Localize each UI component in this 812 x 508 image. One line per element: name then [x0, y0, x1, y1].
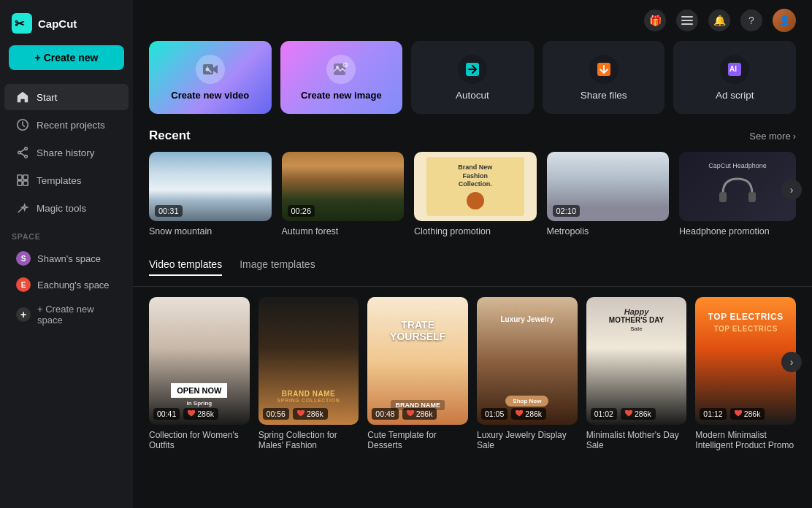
recent-row: 00:31 Snow mountain 00:26 Autumn forest … — [133, 152, 812, 254]
menu-icon-btn[interactable] — [676, 9, 698, 31]
template-likes-6: 286k — [730, 408, 765, 420]
forest-name: Autumn forest — [282, 226, 405, 236]
sidebar-label-share-history: Share history — [37, 147, 95, 158]
template-likes-5: 286k — [621, 408, 656, 420]
recent-next-button[interactable]: › — [781, 180, 802, 200]
quick-actions-row: Create new video + Create new image — [133, 41, 812, 128]
recent-thumb-snow: 00:31 — [149, 152, 272, 221]
svg-text:+: + — [345, 63, 347, 67]
sidebar-space-shawn[interactable]: S Shawn's space — [4, 246, 129, 271]
template-title-6: Modern Minimalist Intelligent Product Pr… — [695, 430, 796, 450]
template-card-3[interactable]: TRATEYOURSELF BRAND NAME 00:48 286k Cute… — [367, 297, 468, 450]
gift-icon-btn[interactable]: 🎁 — [644, 9, 666, 31]
see-more-recent[interactable]: See more › — [749, 131, 796, 142]
clothing-name: Clothing promotion — [414, 226, 537, 236]
ad-script-label: Ad script — [716, 90, 754, 101]
wand-icon — [16, 201, 29, 215]
template-likes-1: 286k — [183, 408, 218, 420]
template-time-6: 01:12 — [700, 408, 726, 420]
template-card-6[interactable]: TOP ELECTRICSTOP ELECTRICS 01:12 286k Mo… — [695, 297, 796, 450]
question-icon-btn[interactable]: ? — [740, 9, 762, 31]
template-visual-2: BRAND NAME SPRING COLLECTION — [258, 297, 359, 425]
sidebar: ✂ CapCut + Create new Start Recent proje… — [0, 0, 133, 508]
sidebar-item-recent[interactable]: Recent projects — [4, 112, 129, 138]
template-badges-4: 01:05 286k — [481, 408, 546, 420]
recent-card-snow[interactable]: 00:31 Snow mountain — [149, 152, 272, 236]
svg-point-3 — [25, 147, 28, 150]
template-visual-1: OPEN NOW in Spring — [149, 297, 250, 425]
ad-script-icon: AI — [720, 55, 749, 84]
sidebar-item-share-history[interactable]: Share history — [4, 139, 129, 166]
home-icon — [16, 91, 29, 104]
create-new-video-card[interactable]: Create new video — [149, 41, 272, 114]
sidebar-label-start: Start — [37, 92, 58, 103]
metro-time-badge: 02:10 — [553, 205, 581, 217]
recent-thumb-metro: 02:10 — [547, 152, 670, 221]
svg-rect-28 — [748, 192, 756, 202]
template-card-1[interactable]: OPEN NOW in Spring 00:41 286k Collection… — [149, 297, 250, 450]
clock-icon — [16, 118, 29, 131]
autocut-card[interactable]: Autocut — [411, 41, 534, 114]
bell-icon-btn[interactable]: 🔔 — [708, 9, 730, 31]
sidebar-space-eachung[interactable]: E Eachung's space — [4, 272, 129, 297]
user-avatar[interactable]: 👤 — [773, 9, 796, 32]
create-new-image-card[interactable]: + Create new image — [280, 41, 403, 114]
snow-time-badge: 00:31 — [155, 205, 183, 217]
capcut-logo-icon: ✂ — [12, 13, 32, 34]
template-likes-4: 286k — [511, 408, 546, 420]
svg-text:✂: ✂ — [15, 18, 25, 30]
template-likes-2: 286k — [293, 408, 328, 420]
recent-card-clothing[interactable]: Brand NewFashionCollection. Clothing pro… — [414, 152, 537, 236]
sidebar-label-templates: Templates — [37, 175, 82, 186]
template-title-4: Luxury Jewelry Display Sale — [477, 430, 578, 450]
grid-icon — [16, 174, 29, 187]
svg-line-6 — [20, 150, 24, 153]
headphone-visual: CapCut Headphone — [679, 152, 796, 221]
autocut-label: Autocut — [456, 90, 489, 101]
recent-thumb-headphone: CapCut Headphone — [679, 152, 796, 221]
template-badges-2: 00:56 286k — [263, 408, 328, 420]
metro-name: Metropolis — [547, 226, 670, 236]
template-badges-3: 00:48 286k — [372, 408, 437, 420]
svg-rect-10 — [18, 181, 22, 185]
template-card-2[interactable]: BRAND NAME SPRING COLLECTION 00:56 286k … — [258, 297, 359, 450]
recent-card-forest[interactable]: 00:26 Autumn forest — [282, 152, 405, 236]
svg-rect-8 — [18, 175, 22, 180]
sidebar-item-magic-tools[interactable]: Magic tools — [4, 195, 129, 221]
clothing-visual: Brand NewFashionCollection. — [414, 152, 537, 221]
template-card-5[interactable]: Happy MOTHER'S DAY Sale 01:02 286k Minim… — [586, 297, 687, 450]
eachung-space-label: Eachung's space — [37, 280, 110, 290]
sidebar-item-start[interactable]: Start — [4, 84, 129, 110]
template-thumb-5: Happy MOTHER'S DAY Sale 01:02 286k — [586, 297, 687, 425]
template-time-2: 00:56 — [263, 408, 289, 420]
tab-image-templates[interactable]: Image templates — [240, 254, 315, 276]
recent-card-headphone[interactable]: CapCut Headphone Headphone promotion — [679, 152, 796, 236]
template-thumb-3: TRATEYOURSELF BRAND NAME 00:48 286k — [367, 297, 468, 425]
recent-thumb-forest: 00:26 — [282, 152, 405, 221]
template-thumb-4: New Collection Luxury Jewelry Shop Now 0… — [477, 297, 578, 425]
share-files-card[interactable]: Share files — [543, 41, 665, 114]
recent-card-metro[interactable]: 02:10 Metropolis — [547, 152, 670, 236]
create-new-button[interactable]: + Create new — [9, 45, 124, 70]
sidebar-create-space[interactable]: + + Create new space — [4, 299, 129, 331]
new-video-icon — [196, 55, 225, 84]
sidebar-item-templates[interactable]: Templates — [4, 167, 129, 193]
new-image-label: Create new image — [301, 90, 382, 101]
template-badges-1: 00:41 286k — [153, 408, 218, 420]
ad-script-card[interactable]: AI Ad script — [673, 41, 796, 114]
tab-video-templates[interactable]: Video templates — [149, 254, 222, 276]
templates-next-button[interactable]: › — [781, 352, 802, 372]
template-card-4[interactable]: New Collection Luxury Jewelry Shop Now 0… — [477, 297, 578, 450]
autocut-icon — [458, 55, 487, 84]
svg-line-7 — [20, 153, 24, 156]
eachung-avatar: E — [16, 277, 31, 292]
svg-rect-15 — [681, 23, 693, 25]
template-visual-5: Happy MOTHER'S DAY Sale — [586, 297, 687, 425]
logo-text: CapCut — [38, 18, 77, 30]
logo-area: ✂ CapCut — [0, 9, 133, 45]
template-badges-5: 01:02 286k — [591, 408, 656, 420]
new-image-icon: + — [326, 55, 356, 84]
sidebar-label-magic-tools: Magic tools — [37, 203, 86, 214]
recent-thumb-clothing: Brand NewFashionCollection. — [414, 152, 537, 221]
templates-tabs-row: Video templates Image templates — [133, 254, 812, 287]
